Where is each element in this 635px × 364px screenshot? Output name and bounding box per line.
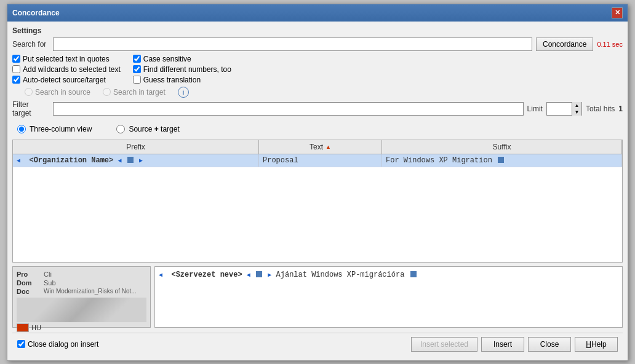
filter-target-row: Filter target Limit 128 ▲ ▼ Total hits 1 <box>12 100 623 117</box>
filter-target-input[interactable] <box>53 102 524 116</box>
limit-input[interactable]: 128 <box>547 103 572 114</box>
results-table: Prefix Text ▲ Suffix ◀ <Organization Nam… <box>12 140 623 263</box>
search-for-label: Search for <box>12 40 49 49</box>
radio-source-label: Search in source <box>35 88 90 97</box>
info-icon[interactable]: i <box>178 87 189 98</box>
info-pro-row: Pro Cli <box>17 271 146 278</box>
dialog-title: Concordance <box>12 9 60 17</box>
checkboxes-right: Case sensitive Find different numbers, t… <box>133 55 231 84</box>
info-dom-row: Dom Sub <box>17 279 146 287</box>
footer-left: Close dialog on insert <box>17 340 98 349</box>
limit-label: Limit <box>527 105 543 113</box>
close-on-insert-label: Close dialog on insert <box>28 340 98 349</box>
three-column-view-radio: Three-column view <box>17 125 92 133</box>
info-panel: Pro Cli Dom Sub Doc Win Modernization_Ri… <box>12 266 151 328</box>
doc-thumbnail <box>17 298 146 322</box>
radio-search-source: Search in source <box>25 88 90 97</box>
sort-icon: ▲ <box>325 144 331 150</box>
cb-wildcards[interactable] <box>12 65 20 73</box>
radio-target-input[interactable] <box>103 88 111 96</box>
footer-buttons: Insert selected Insert Close HHelpHelp <box>411 337 618 352</box>
cb-case-sensitive-label: Case sensitive <box>143 55 191 63</box>
cb-diff-numbers[interactable] <box>133 65 141 73</box>
cb-auto-detect[interactable] <box>12 76 20 84</box>
concordance-button[interactable]: Concordance <box>536 38 593 51</box>
checkbox-guess-translation: Guess translation <box>133 76 231 84</box>
preview-text: ◀ <Szervezet neve> ◀ ▶ Ajánlat Windows X… <box>159 271 618 279</box>
cell-prefix: ◀ <Organization Name> ◀ ▶ <box>13 154 259 167</box>
info-doc-label: Doc <box>17 288 41 295</box>
radio-source-input[interactable] <box>25 88 33 96</box>
close-on-insert-checkbox[interactable] <box>17 340 25 348</box>
help-button[interactable]: HHelpHelp <box>575 337 618 352</box>
flag-row: HU <box>17 323 146 332</box>
footer: Close dialog on insert Insert selected I… <box>12 333 623 355</box>
search-for-row: Search for Concordance 0.11 sec <box>12 38 623 51</box>
insert-button[interactable]: Insert <box>481 337 524 352</box>
dialog-content: Settings Search for Concordance 0.11 sec… <box>7 22 628 360</box>
checkbox-diff-numbers: Find different numbers, too <box>133 65 231 74</box>
total-hits-label: Total hits <box>586 105 615 113</box>
spin-down-button[interactable]: ▼ <box>572 109 581 116</box>
checkbox-wildcards: Add wildcards to selected text <box>12 65 121 74</box>
total-hits-value: 1 <box>618 105 623 113</box>
source-target-label: Source + target <box>129 125 179 133</box>
info-doc-row: Doc Win Modernization_Risks of Not... <box>17 288 146 295</box>
col-header-text: Text ▲ <box>259 140 382 154</box>
info-dom-value: Sub <box>44 279 56 287</box>
checkboxes-left: Put selected text in quotes Add wildcard… <box>12 55 121 84</box>
title-bar: Concordance ✕ <box>7 4 628 22</box>
cell-suffix: For Windows XP Migration <box>382 154 622 167</box>
insert-selected-button[interactable]: Insert selected <box>411 337 477 352</box>
search-direction-row: Search in source Search in target i <box>12 87 623 98</box>
flag-icon <box>17 323 29 332</box>
checkbox-auto-detect: Auto-detect source/target <box>12 76 121 84</box>
filter-target-label: Filter target <box>12 100 49 117</box>
settings-section-label: Settings <box>12 26 623 35</box>
checkboxes-row: Put selected text in quotes Add wildcard… <box>12 55 623 84</box>
cell-text: Proposal <box>259 154 382 167</box>
view-row: Three-column view Source + target <box>12 122 623 136</box>
cb-wildcards-label: Add wildcards to selected text <box>23 65 121 74</box>
cb-diff-numbers-label: Find different numbers, too <box>143 65 231 74</box>
info-pro-value: Cli <box>44 271 52 278</box>
radio-search-target: Search in target <box>103 88 166 97</box>
close-icon[interactable]: ✕ <box>612 7 623 18</box>
preview-panel: ◀ <Szervezet neve> ◀ ▶ Ajánlat Windows X… <box>154 266 623 328</box>
spin-buttons: ▲ ▼ <box>572 102 581 116</box>
cb-auto-detect-label: Auto-detect source/target <box>23 76 106 84</box>
three-column-radio-input[interactable] <box>17 125 26 133</box>
cb-guess-translation-label: Guess translation <box>143 76 201 84</box>
cb-put-quotes[interactable] <box>12 55 20 63</box>
table-header: Prefix Text ▲ Suffix <box>13 140 622 154</box>
table-row[interactable]: ◀ <Organization Name> ◀ ▶ Proposal For W… <box>13 154 622 167</box>
col-header-prefix: Prefix <box>13 140 259 154</box>
lang-code: HU <box>31 324 41 331</box>
col-header-suffix: Suffix <box>382 140 622 154</box>
limit-spinbox: 128 ▲ ▼ <box>546 102 582 116</box>
checkbox-put-quotes: Put selected text in quotes <box>12 55 121 63</box>
source-target-radio: Source + target <box>116 125 179 133</box>
search-input[interactable] <box>53 38 532 51</box>
info-doc-value: Win Modernization_Risks of Not... <box>44 288 137 295</box>
cb-put-quotes-label: Put selected text in quotes <box>23 55 110 63</box>
spin-up-button[interactable]: ▲ <box>572 102 581 109</box>
radio-target-label: Search in target <box>113 88 166 97</box>
concordance-dialog: Concordance ✕ Settings Search for Concor… <box>7 4 628 361</box>
info-dom-label: Dom <box>17 279 41 287</box>
checkbox-case-sensitive: Case sensitive <box>133 55 231 63</box>
time-display: 0.11 sec <box>597 41 623 48</box>
close-button[interactable]: Close <box>528 337 571 352</box>
cb-case-sensitive[interactable] <box>133 55 141 63</box>
info-pro-label: Pro <box>17 271 41 278</box>
source-target-radio-input[interactable] <box>116 125 125 133</box>
three-column-label: Three-column view <box>30 125 92 133</box>
cb-guess-translation[interactable] <box>133 76 141 84</box>
bottom-panel: Pro Cli Dom Sub Doc Win Modernization_Ri… <box>12 266 623 328</box>
